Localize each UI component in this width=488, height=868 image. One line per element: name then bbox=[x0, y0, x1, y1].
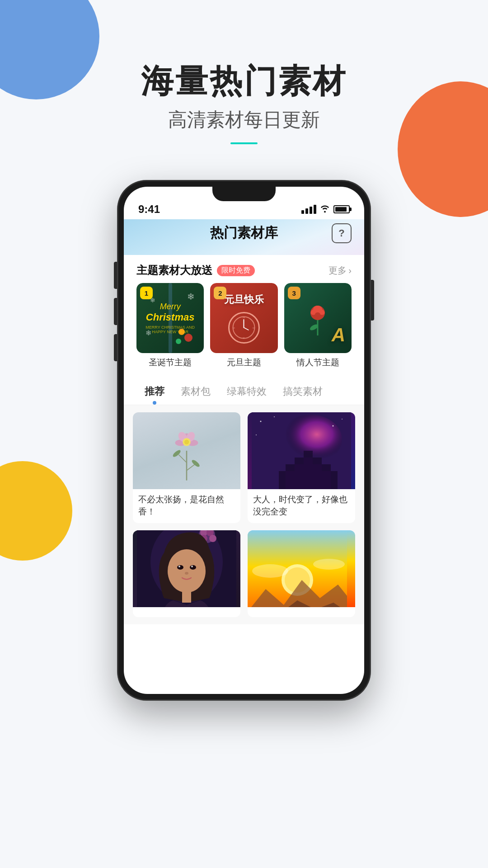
battery-icon bbox=[333, 205, 350, 213]
svg-point-41 bbox=[177, 565, 183, 570]
sunset-svg bbox=[248, 530, 347, 607]
svg-point-45 bbox=[185, 572, 188, 575]
svg-point-28 bbox=[260, 421, 262, 422]
svg-point-44 bbox=[191, 566, 193, 567]
svg-line-16 bbox=[187, 465, 195, 471]
girl-caption bbox=[133, 607, 240, 617]
newyear-content: 元旦快乐 XII III VI IX bbox=[224, 283, 264, 353]
section-title: 主题素材大放送 bbox=[136, 263, 212, 278]
wifi-icon bbox=[320, 204, 330, 215]
status-time: 9:41 bbox=[138, 203, 160, 216]
girl-svg bbox=[137, 530, 236, 607]
christmas-word: Christmas bbox=[145, 311, 195, 323]
svg-point-25 bbox=[184, 440, 189, 445]
svg-point-40 bbox=[168, 549, 206, 593]
content-card-girl[interactable] bbox=[133, 530, 240, 617]
phone-outer: 9:41 热门素 bbox=[117, 180, 371, 700]
tabs-row: 推荐 素材包 绿幕特效 搞笑素材 bbox=[124, 377, 364, 405]
app-header: 热门素材库 ? bbox=[124, 219, 364, 255]
svg-point-29 bbox=[274, 416, 275, 417]
newyear-card-image: 2 元旦快乐 XII III bbox=[210, 283, 277, 353]
newyear-label: 元旦主题 bbox=[210, 353, 277, 370]
girl-image bbox=[133, 530, 240, 607]
app-title: 热门素材库 bbox=[210, 224, 278, 242]
galaxy-caption: 大人，时代变了，好像也没完全变 bbox=[248, 489, 355, 523]
signal-icon bbox=[301, 205, 316, 214]
tab-funny[interactable]: 搞笑素材 bbox=[275, 383, 331, 405]
section-badge: 限时免费 bbox=[217, 265, 255, 276]
svg-point-30 bbox=[333, 425, 334, 427]
snowflake-1: ❄ bbox=[187, 291, 195, 302]
svg-point-31 bbox=[342, 419, 343, 420]
accent-underline bbox=[230, 142, 258, 144]
flower-image bbox=[133, 412, 240, 489]
valentine-letter: A bbox=[332, 324, 345, 346]
content-card-flower[interactable]: 不必太张扬，是花自然香！ bbox=[133, 412, 240, 523]
svg-text:XII: XII bbox=[243, 316, 245, 319]
svg-point-32 bbox=[256, 434, 257, 435]
flower-caption: 不必太张扬，是花自然香！ bbox=[133, 489, 240, 523]
main-title: 海量热门素材 bbox=[0, 63, 488, 99]
ornament-red bbox=[184, 334, 192, 342]
svg-point-51 bbox=[313, 559, 345, 570]
phone-wrapper: 9:41 热门素 bbox=[0, 180, 488, 700]
tab-material-pack[interactable]: 素材包 bbox=[173, 383, 219, 405]
rose-svg bbox=[304, 300, 331, 336]
svg-point-43 bbox=[178, 566, 180, 567]
svg-text:III: III bbox=[253, 327, 254, 329]
header-section: 海量热门素材 高清素材每日更新 bbox=[0, 0, 488, 171]
theme-cards-row: 1 ❄ ❄ ❄ Merry Christmas bbox=[124, 283, 364, 377]
status-icons bbox=[301, 204, 350, 215]
svg-text:IX: IX bbox=[234, 327, 235, 329]
christmas-label: 圣诞节主题 bbox=[136, 353, 204, 370]
valentine-card-image: 3 bbox=[284, 283, 352, 353]
svg-point-38 bbox=[209, 535, 216, 542]
svg-line-15 bbox=[179, 455, 187, 463]
ornament-green bbox=[176, 339, 181, 344]
rank-badge-3: 3 bbox=[288, 287, 300, 299]
sub-title: 高清素材每日更新 bbox=[0, 107, 488, 132]
phone-notch bbox=[212, 187, 276, 201]
valentine-label: 情人节主题 bbox=[284, 353, 352, 370]
christmas-text: Merry Christmas MERRY CHRISTMAS ANDHAPPY… bbox=[145, 302, 195, 334]
newyear-text: 元旦快乐 bbox=[224, 293, 264, 307]
svg-point-42 bbox=[190, 565, 196, 570]
christmas-sub: MERRY CHRISTMAS ANDHAPPY NEW YEAR bbox=[145, 325, 195, 334]
svg-rect-46 bbox=[182, 591, 191, 603]
section-header: 主题素材大放送 限时免费 更多 › bbox=[124, 255, 364, 283]
flower-svg bbox=[169, 419, 205, 482]
rank-badge-2: 2 bbox=[214, 287, 226, 299]
svg-point-50 bbox=[252, 564, 288, 578]
tab-greenscreen[interactable]: 绿幕特效 bbox=[219, 383, 275, 405]
sunset-image bbox=[248, 530, 355, 607]
clock-decoration: XII III VI IX bbox=[228, 312, 260, 344]
app-title-row: 热门素材库 ? bbox=[136, 224, 352, 242]
help-button[interactable]: ? bbox=[332, 223, 352, 243]
content-card-sunset[interactable] bbox=[248, 530, 355, 617]
tab-recommend[interactable]: 推荐 bbox=[136, 383, 173, 405]
theme-card-newyear[interactable]: 2 元旦快乐 XII III bbox=[210, 283, 277, 370]
theme-card-christmas[interactable]: 1 ❄ ❄ ❄ Merry Christmas bbox=[136, 283, 204, 370]
phone-inner: 9:41 热门素 bbox=[124, 187, 364, 694]
sunset-caption bbox=[248, 607, 355, 617]
merry-text: Merry bbox=[145, 302, 195, 311]
content-grid: 不必太张扬，是花自然香！ bbox=[124, 405, 364, 624]
theme-card-valentine[interactable]: 3 bbox=[284, 283, 352, 370]
galaxy-svg bbox=[252, 412, 351, 489]
svg-line-2 bbox=[244, 328, 249, 330]
valentine-content: A bbox=[304, 283, 331, 353]
content-card-galaxy[interactable]: 大人，时代变了，好像也没完全变 bbox=[248, 412, 355, 523]
christmas-card-image: 1 ❄ ❄ ❄ Merry Christmas bbox=[136, 283, 204, 353]
svg-text:VI: VI bbox=[243, 337, 245, 339]
svg-point-13 bbox=[315, 312, 320, 317]
section-more-button[interactable]: 更多 › bbox=[328, 264, 352, 277]
galaxy-image bbox=[248, 412, 355, 489]
